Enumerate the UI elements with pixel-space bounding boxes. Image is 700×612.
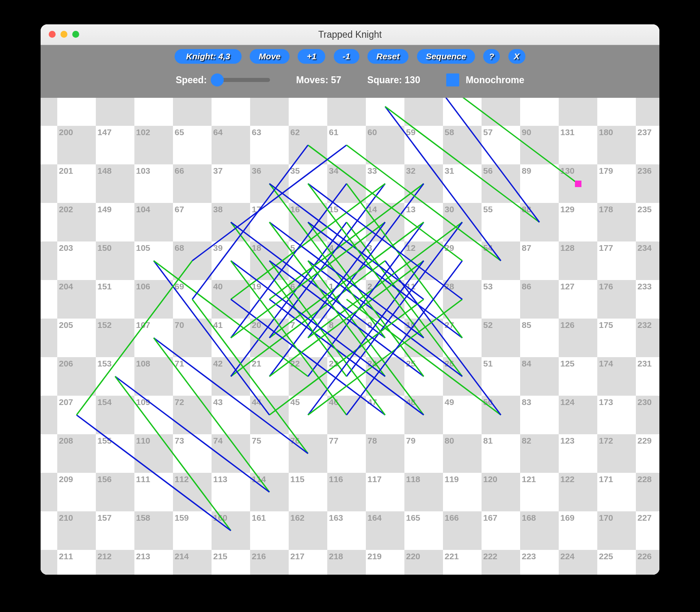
board-cell: 97 [289,98,327,126]
board-cell: 21 [250,357,289,396]
board-cell: 227 [636,511,659,550]
board-cell: 219 [366,550,404,575]
board-cell: 82 [520,434,559,473]
board-cell: 110 [134,434,173,473]
board-cell: 96 [327,98,366,126]
board-cell: 11 [404,280,443,319]
board-cell: 263 [41,203,57,241]
speed-slider[interactable] [213,78,270,82]
speed-slider-knob[interactable] [211,73,224,86]
board-cell: 108 [134,357,173,396]
board-cell: 77 [327,434,366,473]
board-cell: 177 [597,241,636,280]
board-cell: 87 [520,241,559,280]
close-button[interactable]: X [508,49,525,64]
board-cell: 84 [520,357,559,396]
board-cell: 19 [250,280,289,319]
board-cell: 2 [366,280,404,319]
board-cell: 26 [443,357,482,396]
board-cell: 70 [173,319,212,357]
board-cell: 200 [57,126,96,164]
titlebar[interactable]: Trapped Knight [41,24,659,45]
board-cell: 231 [636,357,659,396]
board-cell: 46 [327,396,366,434]
board-cell: 154 [96,396,134,434]
board-cell: 266 [41,319,57,357]
plus-one-button[interactable]: +1 [298,49,325,64]
close-icon[interactable] [49,31,56,38]
window-title: Trapped Knight [41,29,659,40]
board-cell: 176 [597,280,636,319]
board-cell: 5 [289,241,327,280]
sequence-button[interactable]: Sequence [417,49,475,64]
board-cell: 131 [559,126,597,164]
help-button[interactable]: ? [483,49,500,64]
board-cell: 204 [57,280,96,319]
board-cell: 119 [443,473,482,511]
board-cell: 117 [366,473,404,511]
board-cell: 41 [212,319,250,357]
board-cell: 92 [482,98,520,126]
board-cell: 78 [366,434,404,473]
board-cell: 109 [134,396,173,434]
app-window: Trapped Knight Knight: 4,3 Move +1 -1 Re… [41,24,659,575]
board-cell: 53 [482,280,520,319]
board-cell: 68 [173,241,212,280]
board-cell: 152 [96,319,134,357]
board-cell: 49 [443,396,482,434]
board-cell: 158 [134,511,173,550]
board-cell: 178 [597,203,636,241]
board-cell: 118 [404,473,443,511]
board-cell: 226 [636,550,659,575]
board-cell: 57 [482,126,520,164]
board-cell: 71 [173,357,212,396]
board-cell: 10 [404,319,443,357]
board-cell: 211 [57,550,96,575]
board-cell: 223 [520,550,559,575]
board-cell: 28 [443,280,482,319]
board-cell: 66 [173,164,212,203]
board-cell: 225 [597,550,636,575]
board-cell: 156 [96,473,134,511]
board-cell: 208 [57,434,96,473]
board-cell: 99 [212,98,250,126]
board-cell: 262 [41,164,57,203]
monochrome-checkbox[interactable] [446,73,459,86]
board-cell: 33 [366,164,404,203]
board-cell: 16 [289,203,327,241]
board-cell: 80 [443,434,482,473]
knight-button[interactable]: Knight: 4,3 [175,49,242,64]
board-cell: 47 [366,396,404,434]
board-cell: 232 [636,319,659,357]
board-cell: 229 [636,434,659,473]
board-cell: 164 [366,511,404,550]
minus-one-button[interactable]: -1 [334,49,359,64]
board-cell: 236 [636,164,659,203]
board-cell: 34 [327,164,366,203]
board[interactable]: 2601991461011009998979695949392911321812… [41,98,659,575]
minimize-icon[interactable] [60,31,67,38]
board-cell: 166 [443,511,482,550]
board-cell: 36 [250,164,289,203]
board-cell: 58 [443,126,482,164]
board-cell: 128 [559,241,597,280]
board-cell: 27 [443,319,482,357]
board-cell: 113 [212,473,250,511]
board-cell: 271 [41,511,57,550]
board-cell: 91 [520,98,559,126]
board-cell: 165 [404,511,443,550]
board-cell: 1 [327,280,366,319]
board-cell: 228 [636,473,659,511]
board-cell: 55 [482,203,520,241]
board-cell: 30 [443,203,482,241]
board-cell: 124 [559,396,597,434]
move-button[interactable]: Move [250,49,290,64]
board-cell: 210 [57,511,96,550]
board-cell: 123 [559,434,597,473]
board-cell: 73 [173,434,212,473]
board-cell: 54 [482,241,520,280]
board-cell: 104 [134,203,173,241]
zoom-icon[interactable] [72,31,79,38]
board-cell: 15 [327,203,366,241]
reset-button[interactable]: Reset [367,49,408,64]
